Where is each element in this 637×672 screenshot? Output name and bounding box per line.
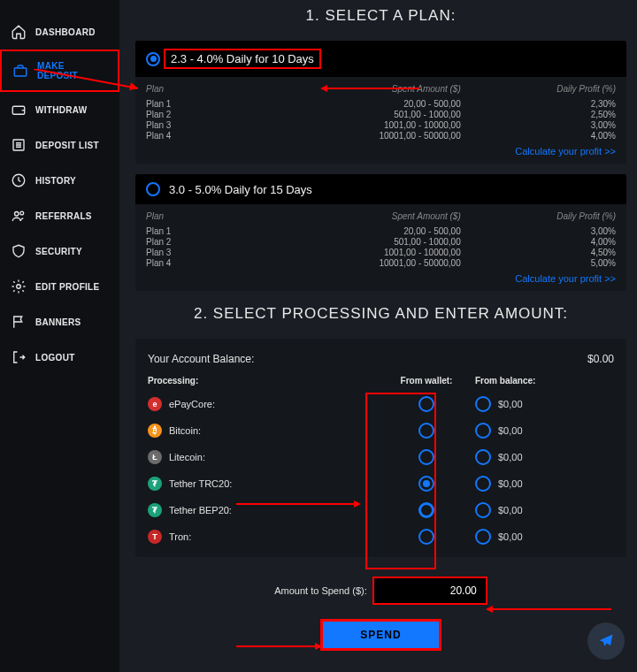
from-wallet-radio[interactable] <box>418 476 434 492</box>
svg-point-6 <box>17 285 21 289</box>
plan-body: Plan Spent Amount ($) Daily Profit (%) P… <box>135 77 626 164</box>
sidebar-item-label: WITHDRAW <box>35 105 88 115</box>
table-row: Plan 31001,00 - 10000,004,50% <box>146 247 616 257</box>
spend-button[interactable]: SPEND <box>320 619 441 651</box>
col-processing: Processing: <box>148 376 378 386</box>
from-balance-cell[interactable]: $0,00 <box>475 396 614 412</box>
from-wallet-radio[interactable] <box>418 396 434 412</box>
processing-name: ₮Tether TRC20: <box>148 477 378 491</box>
shield-icon <box>11 243 27 259</box>
sidebar-item-banners[interactable]: BANNERS <box>0 304 119 340</box>
plan-header[interactable]: 3.0 - 5.0% Daily for 15 Days <box>135 174 626 204</box>
gear-icon <box>11 279 27 294</box>
processing-name: ŁLitecoin: <box>148 450 378 464</box>
from-balance-radio[interactable] <box>475 396 491 412</box>
tron-icon: T <box>148 530 162 544</box>
plan-radio[interactable] <box>146 52 160 66</box>
from-balance-radio[interactable] <box>475 476 491 492</box>
list-icon <box>11 137 27 153</box>
from-balance-radio[interactable] <box>475 529 491 545</box>
sidebar-item-edit-profile[interactable]: EDIT PROFILE <box>0 269 119 304</box>
account-balance-row: Your Account Balance: $0.00 <box>148 347 614 376</box>
sidebar-item-label: SECURITY <box>35 247 82 256</box>
plan-card: 3.0 - 5.0% Daily for 15 Days Plan Spent … <box>135 174 626 291</box>
processing-name: eePayCore: <box>148 397 378 411</box>
sidebar-item-withdraw[interactable]: WITHDRAW <box>0 92 119 127</box>
processing-name: ₿Bitcoin: <box>148 424 378 438</box>
amount-label: Amount to Spend ($): <box>274 585 367 596</box>
table-row: Plan 120,00 - 500,003,00% <box>146 225 616 236</box>
calculate-profit-link[interactable]: Calculate your profit >> <box>146 273 616 284</box>
wallet-icon <box>11 102 27 118</box>
col-plan: Plan <box>146 210 301 225</box>
tether-trc20-icon: ₮ <box>148 477 162 491</box>
from-balance-cell[interactable]: $0,00 <box>475 449 614 465</box>
col-profit: Daily Profit (%) <box>461 210 616 225</box>
processing-name: ₮Tether BEP20: <box>148 503 378 517</box>
from-wallet-radio[interactable] <box>418 423 434 439</box>
table-row: Plan 2501,00 - 1000,004,00% <box>146 236 616 247</box>
from-balance-cell[interactable]: $0,00 <box>475 529 614 545</box>
briefcase-icon <box>12 63 28 79</box>
main-content: 1. SELECT A PLAN: 2.3 - 4.0% Daily for 1… <box>119 0 637 672</box>
sidebar-item-deposit-list[interactable]: DEPOSIT LIST <box>0 127 119 163</box>
sidebar-item-label: DASHBOARD <box>35 27 96 37</box>
table-row: Plan 31001,00 - 10000,003,00% <box>146 119 616 130</box>
sidebar-item-label: EDIT PROFILE <box>35 282 100 292</box>
table-row: Plan 2501,00 - 1000,002,50% <box>146 109 616 119</box>
col-spent: Spent Amount ($) <box>301 210 461 225</box>
svg-point-5 <box>20 211 24 215</box>
processing-table: Processing: From wallet: From balance: e… <box>148 376 614 545</box>
plan-card: 2.3 - 4.0% Daily for 10 Days Plan Spent … <box>135 41 626 164</box>
select-plan-heading: 1. SELECT A PLAN: <box>135 7 626 25</box>
table-row: Plan 410001,00 - 50000,005,00% <box>146 257 616 268</box>
col-profit: Daily Profit (%) <box>461 82 616 98</box>
from-wallet-radio[interactable] <box>418 502 434 518</box>
plan-header[interactable]: 2.3 - 4.0% Daily for 10 Days <box>135 41 626 77</box>
from-wallet-radio[interactable] <box>418 529 434 545</box>
select-processing-heading: 2. SELECT PROCESSING AND ENTER AMOUNT: <box>135 305 626 323</box>
from-balance-cell[interactable]: $0,00 <box>475 502 614 518</box>
processing-name: TTron: <box>148 530 378 544</box>
tether-bep20-icon: ₮ <box>148 503 162 517</box>
table-row: Plan 120,00 - 500,002,30% <box>146 98 616 109</box>
from-balance-radio[interactable] <box>475 449 491 465</box>
amount-row: Amount to Spend ($): <box>135 577 626 605</box>
plan-tiers-table: Plan Spent Amount ($) Daily Profit (%) P… <box>146 82 616 141</box>
plan-radio[interactable] <box>146 182 160 196</box>
sidebar-item-label: LOGOUT <box>35 353 75 363</box>
flag-icon <box>11 314 27 330</box>
from-balance-radio[interactable] <box>475 502 491 518</box>
balance-label: Your Account Balance: <box>148 353 254 365</box>
sidebar-item-logout[interactable]: LOGOUT <box>0 340 119 375</box>
from-wallet-radio[interactable] <box>418 449 434 465</box>
telegram-fab[interactable] <box>587 622 625 660</box>
litecoin-icon: Ł <box>148 450 162 464</box>
sidebar-item-label: BANNERS <box>35 317 81 327</box>
svg-point-4 <box>15 212 19 217</box>
balance-value: $0.00 <box>587 353 614 365</box>
processing-card: Your Account Balance: $0.00 Processing: … <box>135 339 626 557</box>
sidebar-item-history[interactable]: HISTORY <box>0 163 119 198</box>
from-balance-radio[interactable] <box>475 423 491 439</box>
sidebar-item-dashboard[interactable]: DASHBOARD <box>0 14 119 50</box>
home-icon <box>11 24 27 40</box>
sidebar-item-label: DEPOSIT LIST <box>35 141 99 150</box>
sidebar-item-referrals[interactable]: REFERRALS <box>0 198 119 233</box>
sidebar: DASHBOARD MAKE DEPOSIT WITHDRAW DEPOSIT … <box>0 0 119 672</box>
col-from-balance: From balance: <box>475 376 614 386</box>
sidebar-item-label: HISTORY <box>35 176 76 186</box>
plan-title: 3.0 - 5.0% Daily for 15 Days <box>169 183 312 196</box>
sidebar-item-make-deposit[interactable]: MAKE DEPOSIT <box>0 50 119 92</box>
epaycore-icon: e <box>148 397 162 411</box>
amount-input[interactable] <box>372 577 487 605</box>
telegram-icon <box>597 632 615 650</box>
logout-icon <box>11 349 27 365</box>
plan-title: 2.3 - 4.0% Daily for 10 Days <box>164 49 321 69</box>
col-spent: Spent Amount ($) <box>301 82 461 98</box>
from-balance-cell[interactable]: $0,00 <box>475 423 614 439</box>
calculate-profit-link[interactable]: Calculate your profit >> <box>146 146 616 157</box>
plan-body: Plan Spent Amount ($) Daily Profit (%) P… <box>135 204 626 291</box>
sidebar-item-security[interactable]: SECURITY <box>0 233 119 269</box>
from-balance-cell[interactable]: $0,00 <box>475 476 614 492</box>
